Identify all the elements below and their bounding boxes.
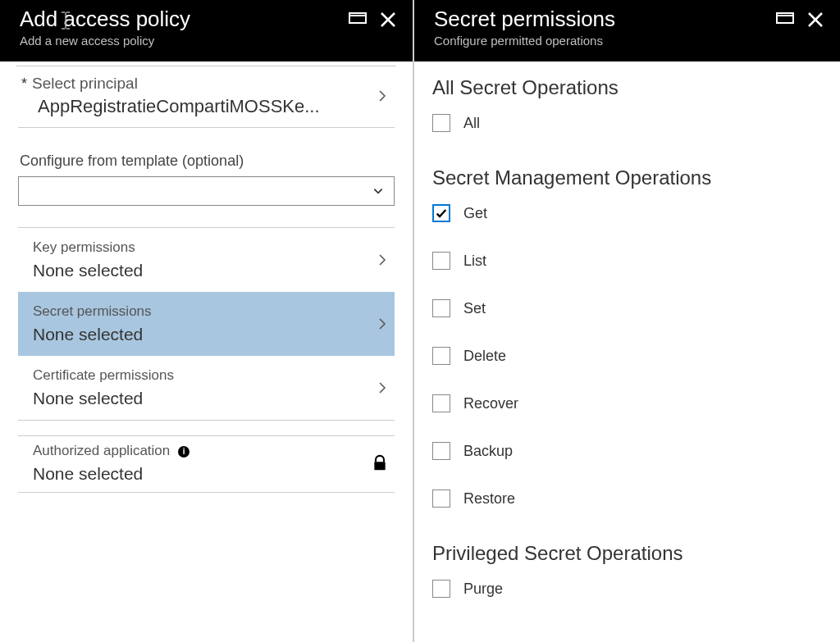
secret-permissions-value: None selected xyxy=(33,325,152,344)
checkbox-set[interactable]: Set xyxy=(432,294,822,322)
checkbox-list[interactable]: List xyxy=(432,247,822,275)
key-permissions-row[interactable]: Key permissions None selected xyxy=(18,228,395,292)
checkbox-recover[interactable]: Recover xyxy=(432,389,822,417)
checkbox-label: Purge xyxy=(463,581,503,598)
checkbox-delete[interactable]: Delete xyxy=(432,342,822,370)
checkbox-label: Recover xyxy=(463,395,518,412)
checkbox-icon xyxy=(432,299,450,317)
chevron-right-icon xyxy=(375,253,390,267)
close-icon[interactable] xyxy=(807,11,824,28)
restore-window-icon[interactable] xyxy=(776,12,794,27)
checkbox-label: Backup xyxy=(463,443,513,460)
management-operations-heading: Secret Management Operations xyxy=(432,166,822,189)
add-access-policy-pane: Add access policy Add a new access polic… xyxy=(0,0,414,642)
checkbox-all[interactable]: All xyxy=(432,109,822,137)
checkbox-icon xyxy=(432,442,450,460)
page-subtitle-left: Add a new access policy xyxy=(20,34,190,48)
checkbox-icon xyxy=(432,489,450,508)
restore-window-icon[interactable] xyxy=(349,12,367,27)
checkbox-label: List xyxy=(463,253,486,270)
key-permissions-value: None selected xyxy=(33,261,143,280)
chevron-down-icon xyxy=(372,185,384,197)
chevron-right-icon xyxy=(375,89,390,103)
svg-rect-5 xyxy=(777,13,793,23)
close-icon[interactable] xyxy=(380,11,396,28)
checkbox-label: Get xyxy=(463,205,487,222)
checkbox-icon xyxy=(432,394,450,412)
required-star: * xyxy=(21,75,27,93)
all-operations-heading: All Secret Operations xyxy=(432,76,822,99)
checkbox-backup[interactable]: Backup xyxy=(432,437,822,465)
authorized-application-row: Authorized application i None selected xyxy=(18,436,395,492)
certificate-permissions-value: None selected xyxy=(33,389,174,408)
chevron-right-icon xyxy=(375,380,390,395)
checkbox-icon xyxy=(432,252,450,270)
checkbox-checked-icon xyxy=(432,204,450,222)
page-subtitle-right: Configure permitted operations xyxy=(434,34,615,48)
secret-permissions-row[interactable]: Secret permissions None selected xyxy=(18,292,395,356)
principal-label: Select principal xyxy=(32,75,138,93)
svg-rect-4 xyxy=(374,462,385,470)
checkbox-get[interactable]: Get xyxy=(432,199,822,227)
template-label: Configure from template (optional) xyxy=(20,153,395,170)
checkbox-label: Set xyxy=(463,300,486,317)
privileged-operations-heading: Privileged Secret Operations xyxy=(432,542,822,565)
page-title-right: Secret permissions xyxy=(434,7,615,32)
secret-permissions-pane: Secret permissions Configure permitted o… xyxy=(414,0,840,642)
select-principal-row[interactable]: * Select principal AppRegistratieCompart… xyxy=(18,66,395,127)
chevron-right-icon xyxy=(375,316,390,331)
page-title-left: Add access policy xyxy=(20,7,190,32)
checkbox-icon xyxy=(432,580,450,598)
checkbox-restore[interactable]: Restore xyxy=(432,485,822,512)
info-icon[interactable]: i xyxy=(178,446,189,458)
secret-permissions-label: Secret permissions xyxy=(33,303,152,320)
checkbox-icon xyxy=(432,114,450,132)
checkbox-purge[interactable]: Purge xyxy=(432,575,822,603)
principal-value: AppRegistratieCompartiMOSSKe... xyxy=(38,96,320,117)
certificate-permissions-label: Certificate permissions xyxy=(33,367,174,384)
checkbox-label: Restore xyxy=(463,490,515,508)
pane-header-left: Add access policy Add a new access polic… xyxy=(0,0,413,61)
svg-rect-0 xyxy=(349,13,366,23)
certificate-permissions-row[interactable]: Certificate permissions None selected xyxy=(18,356,395,420)
authorized-app-value: None selected xyxy=(33,464,189,484)
pane-header-right: Secret permissions Configure permitted o… xyxy=(414,0,840,61)
checkbox-label: Delete xyxy=(463,348,506,365)
checkbox-icon xyxy=(432,347,450,365)
template-select[interactable] xyxy=(18,176,395,206)
checkbox-label: All xyxy=(463,115,480,132)
key-permissions-label: Key permissions xyxy=(33,239,143,256)
authorized-app-label: Authorized application xyxy=(33,443,170,458)
lock-icon xyxy=(372,454,388,472)
